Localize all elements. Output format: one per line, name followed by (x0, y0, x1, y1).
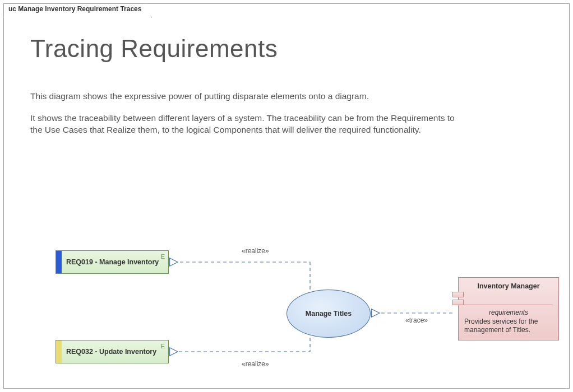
requirement-corner-marker: E (161, 343, 165, 349)
requirement-label: REQ019 - Manage Inventory (66, 258, 159, 266)
component-divider (464, 305, 553, 305)
requirement-stripe (56, 340, 62, 363)
component-port-icon (452, 292, 464, 297)
connector-label-realize-1: «realize» (242, 247, 269, 255)
component-section-label: requirements (464, 309, 553, 316)
usecase-label: Manage Titles (306, 310, 352, 318)
requirement-stripe (56, 251, 62, 273)
requirement-label: REQ032 - Update Inventory (66, 348, 156, 356)
connector-label-trace: «trace» (405, 316, 428, 324)
component-port-icon (452, 300, 464, 305)
connector-realize-2 (178, 338, 310, 352)
diagram-frame: uc Manage Inventory Requirement Traces T… (3, 3, 570, 389)
connector-label-realize-2: «realize» (242, 360, 269, 368)
diagram-description: This diagram shows the expressive power … (30, 91, 456, 146)
requirement-req019[interactable]: REQ019 - Manage Inventory E (56, 250, 169, 274)
diagram-title: Tracing Requirements (30, 35, 278, 63)
description-paragraph-2: It shows the traceability between differ… (30, 113, 456, 136)
requirement-corner-marker: E (161, 253, 165, 260)
usecase-manage-titles[interactable]: Manage Titles (286, 290, 371, 338)
connector-realize-1 (178, 262, 310, 290)
requirement-req032[interactable]: REQ032 - Update Inventory E (56, 340, 169, 363)
component-inventory-manager[interactable]: Inventory Manager requirements Provides … (458, 277, 559, 340)
description-paragraph-1: This diagram shows the expressive power … (30, 91, 456, 102)
component-name: Inventory Manager (464, 282, 553, 290)
component-body: Provides services for the management of … (464, 318, 553, 334)
frame-tab: uc Manage Inventory Requirement Traces (3, 3, 152, 18)
